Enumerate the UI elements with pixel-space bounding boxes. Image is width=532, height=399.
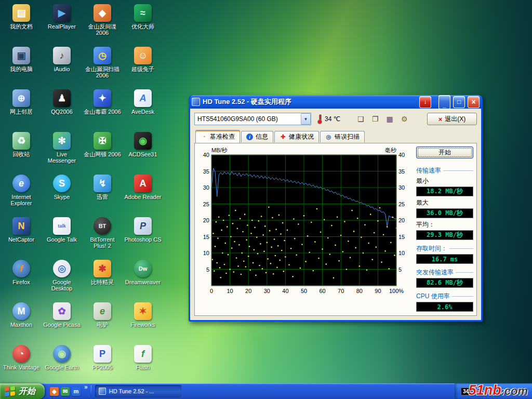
desktop-icon-firefox[interactable]: fFirefox <box>1 257 42 299</box>
svg-text:60: 60 <box>319 288 325 294</box>
desktop-icon-live-messenger[interactable]: ✻Live Messenger <box>42 129 82 171</box>
desktop-icon-avedesk[interactable]: AAveDesk <box>123 86 163 129</box>
desktop-icon-kingsoft-duba-2006[interactable]: ✦金山毒霸 2006 <box>82 86 123 129</box>
firefox-icon: f <box>12 260 30 277</box>
desktop-icon-google-talk[interactable]: talkGoogle Talk <box>42 214 82 257</box>
google-desktop-icon: ◎ <box>53 260 71 277</box>
desktop-icon-wopti-optimizer[interactable]: ≈优化大师 <box>123 1 163 44</box>
desktop-icon-label: Google Picasa <box>43 322 81 328</box>
desktop-icon-label: 回收站 <box>13 151 30 157</box>
desktop-icon-google-picasa[interactable]: ✿Google Picasa <box>42 299 82 342</box>
svg-text:35: 35 <box>203 168 209 175</box>
desktop-icon-fireworks[interactable]: ✶Fireworks <box>123 299 163 342</box>
desktop-icon-netcaptor[interactable]: NNetCaptor <box>1 214 42 257</box>
desktop-icon-xunlei[interactable]: ↯迅雷 <box>82 171 123 214</box>
benchmark-tab-icon: ◔ <box>201 134 207 140</box>
avg-label: 平均： <box>416 220 473 229</box>
desktop-icon-google-earth[interactable]: ◉Google Earth <box>42 342 82 384</box>
wopti-optimizer-icon: ≈ <box>134 4 152 22</box>
hdtune-body: HTS541060G9SA00 (60 GB) ▼ 34 ℃ ❏ ❐ ▦ ⚙ ×… <box>190 109 481 320</box>
desktop-icon-bitspirit[interactable]: ✱比特精灵 <box>82 257 123 299</box>
desktop-icon-kingsoft-netshield-2006[interactable]: ✠金山网镖 2006 <box>82 129 123 171</box>
svg-text:25: 25 <box>398 201 405 207</box>
desktop-icon-acdsee31[interactable]: ◉ACDSee31 <box>123 129 163 171</box>
tab-error-scan[interactable]: ◎错误扫描 <box>320 131 365 142</box>
desktop-icon-google-desktop[interactable]: ◎Google Desktop <box>42 257 82 299</box>
desktop-icon-my-network-places[interactable]: ⊕网上邻居 <box>1 86 42 129</box>
desktop-icon-maxthon[interactable]: MMaxthon <box>1 299 42 342</box>
desktop-icon-label: 我的文档 <box>10 23 33 30</box>
desktop-icon-label: 金山网镖 2006 <box>84 151 121 157</box>
desktop-icon-kingsoft-antispy-2006[interactable]: ◆金山反间谍 2006 <box>82 1 123 44</box>
quick-launch-icon-2[interactable]: ✉ <box>61 387 70 396</box>
desktop-icon-emule[interactable]: e电驴 <box>82 299 123 342</box>
update-arrow-button[interactable]: ↓ <box>419 96 431 108</box>
avedesk-icon: A <box>134 89 152 107</box>
close-button[interactable]: × <box>468 96 480 108</box>
desktop-icon-label: 优化大师 <box>131 23 154 30</box>
desktop-icon-label: RealPlayer <box>48 23 76 30</box>
hdtune-titlebar[interactable]: HD Tune 2.52 - 硬盘实用程序 ↓ _ □ × <box>190 95 481 109</box>
desktop-icon-label: BitTorrent Plus! 2 <box>83 236 122 249</box>
desktop-icon-label: Google Earth <box>45 364 79 370</box>
taskbar-task-hdtune[interactable]: HD Tune 2.52 - ... <box>95 385 181 397</box>
svg-text:90: 90 <box>375 288 381 294</box>
start-benchmark-button[interactable]: 开始 <box>416 147 473 158</box>
quick-launch-icon-1[interactable]: ◈ <box>50 387 59 396</box>
desktop-icon-flash[interactable]: fFlash <box>123 342 163 384</box>
desktop-icon-dreamweaver[interactable]: DwDreamweaver <box>123 257 163 299</box>
desktop-icon-kingsoft-vulnscan-2006[interactable]: ◷金山漏洞扫描 2006 <box>82 44 123 86</box>
svg-text:100%: 100% <box>389 288 404 294</box>
tab-benchmark[interactable]: ◔基准检查 <box>195 130 240 143</box>
desktop-icon-bittorrent-plus2[interactable]: BTBitTorrent Plus! 2 <box>82 214 123 257</box>
minimize-button[interactable]: _ <box>438 95 450 109</box>
copy-text-icon[interactable]: ❏ <box>354 113 367 125</box>
desktop-icon-realplayer[interactable]: ▶RealPlayer <box>42 1 82 44</box>
desktop-icon-thinkvantage[interactable]: ◔Think Vantage <box>1 342 42 384</box>
chevron-down-icon[interactable]: ▼ <box>301 113 311 125</box>
options-gear-icon[interactable]: ⚙ <box>397 113 411 125</box>
desktop-icon-label: Adobe Reader <box>125 194 162 200</box>
burst-rate-label: 突发传输速率 <box>416 268 473 277</box>
tab-info[interactable]: i信息 <box>241 131 273 142</box>
kingsoft-vulnscan-2006-icon: ◷ <box>94 47 111 64</box>
temperature-value: 34 ℃ <box>325 115 340 123</box>
maximize-button[interactable]: □ <box>453 96 465 108</box>
svg-text:35: 35 <box>398 168 405 175</box>
my-computer-icon: ▣ <box>12 47 30 64</box>
benchmark-chart: 4040353530302525202015151010550102030405… <box>198 147 412 312</box>
xunlei-icon: ↯ <box>94 175 111 192</box>
svg-text:80: 80 <box>356 288 363 294</box>
desktop-icon-label: Flash <box>136 364 150 370</box>
kingsoft-antispy-2006-icon: ◆ <box>94 4 111 22</box>
svg-text:MB/秒: MB/秒 <box>211 147 228 153</box>
desktop-icon-photoshop-cs[interactable]: PPhotoshop CS <box>123 214 163 257</box>
desktop-icon-recycle-bin[interactable]: ♻回收站 <box>1 129 42 171</box>
drive-select[interactable]: HTS541060G9SA00 (60 GB) ▼ <box>194 113 311 125</box>
exit-button[interactable]: × 退出(X) <box>427 113 477 125</box>
desktop-icon-qq2006[interactable]: ♟QQ2006 <box>42 86 82 129</box>
cpu-usage-label: CPU 使用率 <box>416 292 473 301</box>
copy-image-icon[interactable]: ❐ <box>368 113 382 125</box>
quick-launch-overflow-chevron[interactable]: » <box>83 383 89 399</box>
desktop-icon-iaudio[interactable]: ♪iAudio <box>42 44 82 86</box>
desktop-icon-label: AveDesk <box>131 109 154 115</box>
save-screenshot-icon[interactable]: ▦ <box>383 113 396 125</box>
tab-health[interactable]: ✚健康状况 <box>274 131 319 142</box>
skype-icon: S <box>53 175 71 192</box>
desktop-icon-internet-explorer[interactable]: eInternet Explorer <box>1 171 42 214</box>
svg-text:5: 5 <box>398 267 402 273</box>
desktop-icon-adobe-reader[interactable]: AAdobe Reader <box>123 171 163 214</box>
start-button[interactable]: 开始 <box>0 383 45 399</box>
desktop-icon-my-documents[interactable]: ▤我的文档 <box>1 1 42 44</box>
desktop-icon-pp2005[interactable]: PPP2005 <box>82 342 123 384</box>
desktop-icon-super-rabbit[interactable]: ☺超级兔子 <box>123 44 163 86</box>
quick-launch-icon-3[interactable]: m <box>72 387 81 396</box>
desktop-icon-skype[interactable]: SSkype <box>42 171 82 214</box>
tab-label: 错误扫描 <box>335 132 360 141</box>
photoshop-cs-icon: P <box>134 217 152 235</box>
desktop-icon-my-computer[interactable]: ▣我的电脑 <box>1 44 42 86</box>
error-scan-tab-icon: ◎ <box>325 134 332 140</box>
watermark-brand: 51nb <box>469 382 501 398</box>
adobe-reader-icon: A <box>134 175 152 192</box>
